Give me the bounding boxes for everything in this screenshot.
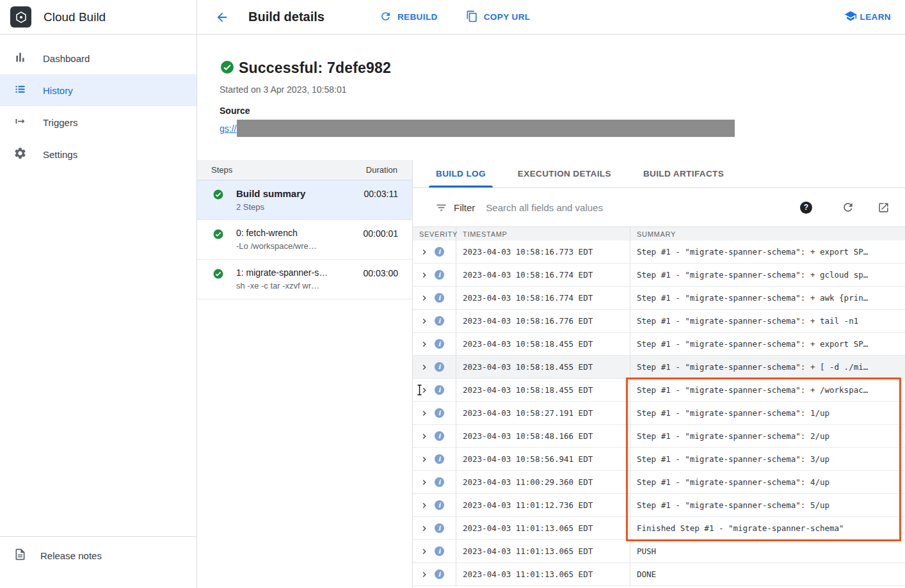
refresh-icon <box>380 10 392 24</box>
refresh-logs-button[interactable] <box>842 201 854 214</box>
step-row-1-migrate-spanner[interactable]: 1: migrate-spanner-s… sh -xe -c tar -xzv… <box>197 260 412 299</box>
steps-panel-header: Steps Duration <box>197 160 412 180</box>
log-row[interactable]: i 2023-04-03 11:01:13.065 EDT DONE <box>413 563 905 586</box>
chevron-right-icon[interactable] <box>419 339 429 349</box>
step-row-build-summary[interactable]: Build summary 2 Steps 00:03:11 <box>197 180 412 220</box>
log-severity-cell: i <box>413 402 456 424</box>
step-success-icon <box>212 228 224 242</box>
log-severity-cell: i <box>413 448 456 470</box>
redacted-source-path <box>237 120 735 137</box>
chevron-right-icon[interactable] <box>419 408 429 418</box>
help-icon[interactable]: ? <box>800 202 812 214</box>
log-severity-cell: i <box>413 379 456 401</box>
copy-url-button[interactable]: COPY URL <box>466 10 531 24</box>
log-row-summary: Step #1 - "migrate-spanner-schema": 1/up <box>630 402 905 424</box>
log-row[interactable]: i 2023-04-03 10:58:18.455 EDT Step #1 - … <box>413 356 905 379</box>
copy-url-label: COPY URL <box>484 12 531 22</box>
source-row: gs:// <box>220 120 905 137</box>
log-row-summary: Step #1 - "migrate-spanner-schema": + ex… <box>630 241 905 263</box>
sidebar-item-triggers[interactable]: Triggers <box>0 106 196 138</box>
tab-build-log[interactable]: BUILD LOG <box>420 160 502 187</box>
sidebar-item-label: Dashboard <box>43 53 90 64</box>
page-title: Build details <box>248 10 324 24</box>
log-row-timestamp: 2023-04-03 11:01:13.065 EDT <box>456 517 630 539</box>
log-row[interactable]: i 2023-04-03 11:01:13.065 EDT Finished S… <box>413 517 905 540</box>
step-subtitle: 2 Steps <box>236 202 364 212</box>
chevron-right-icon[interactable] <box>419 454 429 465</box>
info-icon: i <box>435 569 444 579</box>
log-severity-cell: i <box>413 517 456 539</box>
summary-column-header: SUMMARY <box>630 227 905 241</box>
log-row-summary: Step #1 - "migrate-spanner-schema": + /w… <box>630 379 905 401</box>
chevron-right-icon[interactable] <box>419 477 429 488</box>
log-row[interactable]: i 2023-04-03 10:58:56.941 EDT Step #1 - … <box>413 448 905 471</box>
chevron-right-icon[interactable] <box>419 362 429 372</box>
main-area: Build details REBUILD COPY URL LEARN Suc… <box>197 0 905 588</box>
log-row-summary: Step #1 - "migrate-spanner-schema": + ex… <box>630 333 905 355</box>
learn-button[interactable]: LEARN <box>844 10 892 24</box>
release-notes-label: Release notes <box>40 550 102 561</box>
open-in-new-icon[interactable] <box>877 202 890 214</box>
steps-column-label: Steps <box>211 165 232 175</box>
detail-panels: Steps Duration Build summary 2 Steps 00:… <box>197 160 905 588</box>
log-row[interactable]: i 2023-04-03 10:58:48.166 EDT Step #1 - … <box>413 425 905 448</box>
log-tabs: BUILD LOG EXECUTION DETAILS BUILD ARTIFA… <box>413 160 905 188</box>
chevron-right-icon[interactable] <box>419 247 429 257</box>
timestamp-column-header: TIMESTAMP <box>456 227 630 241</box>
log-panel: BUILD LOG EXECUTION DETAILS BUILD ARTIFA… <box>413 160 905 588</box>
log-row[interactable]: i 2023-04-03 10:58:16.774 EDT Step #1 - … <box>413 264 905 287</box>
sidebar-item-settings[interactable]: Settings <box>0 138 196 170</box>
source-link[interactable]: gs:// <box>220 123 236 134</box>
log-row-timestamp: 2023-04-03 10:58:48.166 EDT <box>456 425 630 447</box>
chevron-right-icon[interactable] <box>419 431 429 441</box>
log-row-summary: Step #1 - "migrate-spanner-schema": + [ … <box>630 356 905 378</box>
log-row[interactable]: i 2023-04-03 11:01:12.736 EDT Step #1 - … <box>413 494 905 517</box>
log-row[interactable]: i 2023-04-03 10:58:16.776 EDT Step #1 - … <box>413 310 905 333</box>
log-table: SEVERITY TIMESTAMP SUMMARY i 2023-04-03 … <box>413 226 905 588</box>
build-status-heading: Successful: 7defe982 <box>239 60 391 77</box>
log-row[interactable]: i 2023-04-03 10:58:16.774 EDT Step #1 - … <box>413 287 905 310</box>
log-severity-cell: i <box>413 264 456 286</box>
info-icon: i <box>435 454 444 464</box>
rebuild-button[interactable]: REBUILD <box>380 10 438 24</box>
log-row-summary: PUSH <box>630 540 905 562</box>
rebuild-label: REBUILD <box>397 12 438 22</box>
chevron-right-icon[interactable] <box>419 270 429 280</box>
chevron-right-icon[interactable] <box>419 523 429 534</box>
gear-icon <box>13 147 27 162</box>
log-table-body: i 2023-04-03 10:58:16.773 EDT Step #1 - … <box>413 241 905 586</box>
log-row[interactable]: i 2023-04-03 10:58:16.773 EDT Step #1 - … <box>413 241 905 264</box>
sidebar-item-history[interactable]: History <box>0 74 196 106</box>
back-button[interactable] <box>214 10 230 25</box>
sidebar: Cloud Build Dashboard History Triggers S… <box>0 0 197 588</box>
log-search-input[interactable] <box>486 202 790 213</box>
chevron-right-icon[interactable] <box>419 569 429 580</box>
log-severity-cell: i <box>413 471 456 493</box>
info-icon: i <box>435 385 444 395</box>
chevron-right-icon[interactable] <box>419 316 429 326</box>
log-severity-cell: i <box>413 425 456 447</box>
build-info: Successful: 7defe982 Started on 3 Apr 20… <box>197 35 905 160</box>
chevron-right-icon[interactable] <box>419 385 429 395</box>
log-row[interactable]: i 2023-04-03 11:00:29.360 EDT Step #1 - … <box>413 471 905 494</box>
log-row[interactable]: i 2023-04-03 10:58:18.455 EDT Step #1 - … <box>413 379 905 402</box>
log-row[interactable]: i 2023-04-03 10:58:18.455 EDT Step #1 - … <box>413 333 905 356</box>
release-notes-link[interactable]: Release notes <box>0 539 196 571</box>
tab-build-artifacts[interactable]: BUILD ARTIFACTS <box>627 160 740 187</box>
topbar: Build details REBUILD COPY URL LEARN <box>197 0 905 35</box>
log-row-timestamp: 2023-04-03 10:58:18.455 EDT <box>456 379 630 401</box>
log-row-timestamp: 2023-04-03 10:58:56.941 EDT <box>456 448 630 470</box>
tab-execution-details[interactable]: EXECUTION DETAILS <box>502 160 627 187</box>
log-severity-cell: i <box>413 494 456 516</box>
chevron-right-icon[interactable] <box>419 546 429 557</box>
sidebar-item-dashboard[interactable]: Dashboard <box>0 42 196 74</box>
chevron-right-icon[interactable] <box>419 293 429 303</box>
log-row[interactable]: i 2023-04-03 10:58:27.191 EDT Step #1 - … <box>413 402 905 425</box>
learn-label: LEARN <box>860 12 892 22</box>
sidebar-item-label: Triggers <box>43 117 77 128</box>
log-row[interactable]: i 2023-04-03 11:01:13.065 EDT PUSH <box>413 540 905 563</box>
build-started-text: Started on 3 Apr 2023, 10:58:01 <box>220 84 905 95</box>
chevron-right-icon[interactable] <box>419 500 429 511</box>
step-row-0-fetch-wrench[interactable]: 0: fetch-wrench -Lo /workspace/wre… 00:0… <box>197 220 412 260</box>
sidebar-footer: Release notes <box>0 536 196 588</box>
